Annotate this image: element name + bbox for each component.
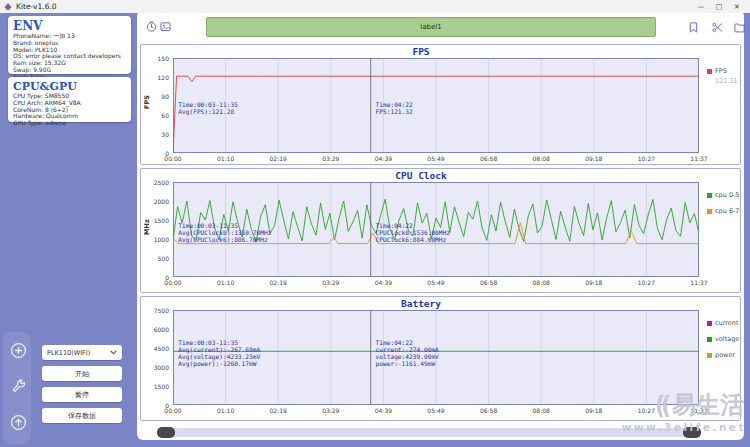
add-icon[interactable]	[10, 342, 27, 359]
screenshot-icon[interactable]	[160, 21, 171, 32]
y-tick-label: 1500	[143, 383, 169, 390]
y-tick-label: 4500	[143, 345, 169, 352]
legend-label: cpu 0-5	[715, 191, 740, 199]
app-icon	[4, 3, 12, 11]
env-phonename: PhoneName: 一加 13	[13, 33, 126, 40]
legend: FPS121.31	[707, 67, 738, 93]
cpu-arch: CPU Arch: ARM64_V8A	[13, 100, 126, 107]
x-tick-label: 02:19	[263, 279, 293, 286]
gpu-type: GPU Type: adreno	[13, 120, 126, 127]
x-tick-label: 11:37	[684, 155, 714, 162]
legend-swatch	[707, 353, 712, 358]
y-tick-label: 6000	[143, 326, 169, 333]
env-card: ENV PhoneName: 一加 13 Brand: oneplus Mode…	[8, 16, 131, 74]
env-ram: Ram size: 15.32G	[13, 60, 126, 67]
window-title: Kite-v1.6.0	[16, 2, 692, 11]
x-tick-label: 08:08	[526, 407, 556, 414]
x-tick-label: 04:39	[368, 279, 398, 286]
chart-annotation: Time:00:03-11:35 Avg(current):-267.69mA …	[178, 339, 260, 368]
x-tick-label: 03:29	[316, 407, 346, 414]
chart-annotation: Time:00:03-11:35 Avg(CPUClock0):1350.70M…	[178, 222, 271, 244]
close-button[interactable]: ✕	[728, 0, 746, 13]
y-tick-label: 1000	[143, 236, 169, 243]
legend-swatch	[707, 193, 712, 198]
chart-annotation: Time:04:22 current:-274.00mA voltage:423…	[376, 339, 439, 368]
title-bar: Kite-v1.6.0 — □ ✕	[0, 0, 750, 13]
y-tick-label: 2500	[143, 179, 169, 186]
chevron-down-icon	[110, 350, 117, 355]
hardware: Hardware: Qualcomm	[13, 113, 126, 120]
legend-label: current	[715, 319, 738, 327]
cpu-type: CPU Type: SM8550	[13, 93, 126, 100]
x-tick-label: 10:27	[631, 155, 661, 162]
legend: cpu 0-5cpu 6-7	[707, 191, 740, 223]
legend-entry: voltage	[707, 335, 739, 343]
y-tick-label: 2000	[143, 198, 169, 205]
x-tick-label: 10:27	[631, 407, 661, 414]
y-tick-label: 60	[143, 112, 169, 119]
x-tick-label: 03:29	[316, 155, 346, 162]
legend: currentvoltagepower	[707, 319, 739, 367]
scrollbar-right-handle[interactable]	[683, 427, 701, 438]
y-tick-label: 500	[143, 255, 169, 262]
legend-swatch	[707, 69, 712, 74]
x-tick-label: 04:39	[368, 155, 398, 162]
y-tick-label: 1500	[143, 217, 169, 224]
y-tick-label: 120	[143, 74, 169, 81]
env-title: ENV	[13, 19, 126, 33]
save-data-button[interactable]: 保存数据	[42, 408, 122, 423]
legend-swatch	[707, 321, 712, 326]
left-icon-rail	[3, 332, 31, 444]
timer-icon[interactable]	[146, 21, 157, 32]
env-swap: Swap: 9.90G	[13, 67, 126, 74]
legend-label: power	[715, 351, 735, 359]
x-tick-label: 11:37	[684, 407, 714, 414]
pause-button[interactable]: 暂停	[42, 387, 122, 402]
main-panel: label1 FPSFPS030609012015000:0001:1002:1…	[137, 10, 744, 440]
scissors-icon[interactable]	[712, 22, 723, 33]
legend-entry: current	[707, 319, 739, 327]
fps-chart: FPSFPS030609012015000:0001:1002:1903:290…	[140, 44, 741, 165]
legend-entry: cpu 6-7	[707, 207, 740, 215]
x-tick-label: 09:18	[579, 155, 609, 162]
start-button[interactable]: 开始	[42, 366, 122, 381]
bookmark-icon[interactable]	[688, 22, 699, 33]
chart-annotation: Time:04:22 CPUClock0:1536.00MHz CPUClock…	[376, 222, 451, 244]
device-select[interactable]: PLK110(WIFI)	[42, 345, 122, 360]
x-tick-label: 03:29	[316, 279, 346, 286]
x-tick-label: 06:58	[474, 155, 504, 162]
x-tick-label: 00:00	[158, 279, 188, 286]
x-tick-label: 10:27	[631, 279, 661, 286]
x-tick-label: 00:00	[158, 407, 188, 414]
env-os: OS: error please contact developers	[13, 53, 126, 60]
chart-annotation: Time:04:22 FPS:121.32	[376, 101, 413, 115]
maximize-button[interactable]: □	[710, 0, 728, 13]
x-tick-label: 05:49	[421, 407, 451, 414]
x-tick-label: 06:58	[474, 407, 504, 414]
cpu-gpu-title: CPU&GPU	[13, 80, 126, 93]
x-tick-label: 05:49	[421, 155, 451, 162]
label-input[interactable]: label1	[206, 17, 656, 37]
legend-value: 121.31	[715, 77, 738, 85]
x-tick-label: 04:39	[368, 407, 398, 414]
legend-swatch	[707, 337, 712, 342]
battery-chart: Battery01500300045006000750000:0001:1002…	[140, 296, 741, 421]
scrollbar-left-handle[interactable]	[157, 427, 175, 438]
folder-icon[interactable]	[734, 22, 745, 33]
x-tick-label: 09:18	[579, 279, 609, 286]
chart-title: CPU Clock	[141, 170, 701, 181]
x-tick-label: 11:37	[684, 279, 714, 286]
x-tick-label: 01:10	[211, 407, 241, 414]
cpu-gpu-card: CPU&GPU CPU Type: SM8550 CPU Arch: ARM64…	[8, 77, 131, 122]
wrench-icon[interactable]	[10, 378, 27, 395]
timeline-scrollbar[interactable]	[160, 428, 700, 437]
cloud-upload-icon[interactable]	[10, 414, 27, 431]
legend-entry: power	[707, 351, 739, 359]
legend-entry: FPS	[707, 67, 738, 75]
legend-label: FPS	[715, 67, 727, 75]
plot-area[interactable]	[173, 58, 699, 153]
env-model: Model: PLK110	[13, 47, 126, 54]
x-tick-label: 08:08	[526, 155, 556, 162]
x-tick-label: 00:00	[158, 155, 188, 162]
minimize-button[interactable]: —	[692, 0, 710, 13]
